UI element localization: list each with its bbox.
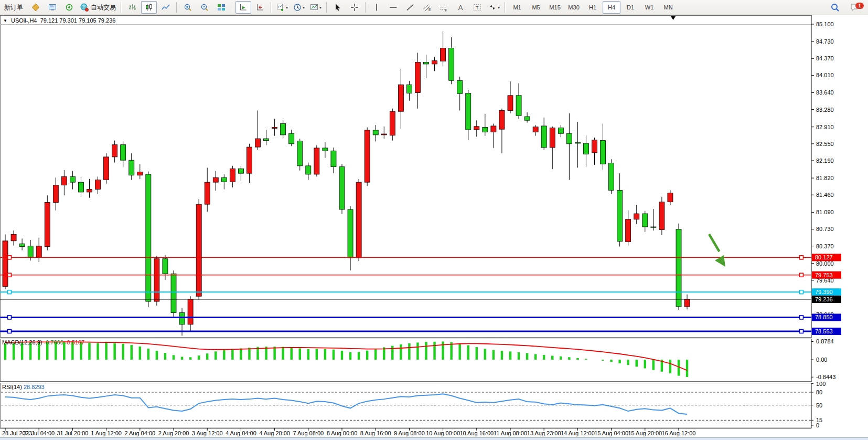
timeframe-button-h1[interactable]: H1 <box>584 1 602 14</box>
line-handle[interactable] <box>8 316 12 319</box>
text-button[interactable]: A <box>453 1 468 14</box>
toolbar-separator <box>232 2 233 13</box>
timeframe-button-m30[interactable]: M30 <box>565 1 583 14</box>
timeframe-button-m5[interactable]: M5 <box>527 1 545 14</box>
timeframe-button-h4[interactable]: H4 <box>603 1 620 14</box>
time-axis-label: 4 Aug 20:00 <box>259 430 290 436</box>
one-click-trading-toggle-icon[interactable]: ▼ <box>3 18 7 23</box>
arrows-button[interactable]: ▾ <box>486 1 502 14</box>
candlestick <box>129 160 134 175</box>
candlestick <box>558 128 563 133</box>
toolbar-separator <box>176 2 177 13</box>
candlestick <box>87 190 92 192</box>
line-handle[interactable] <box>8 273 12 277</box>
candlestick <box>53 185 58 202</box>
price-axis-label: 80.370 <box>816 243 834 249</box>
time-axis-label: 31 Jul 20:00 <box>57 430 88 436</box>
periods-button[interactable]: ▾ <box>291 1 307 14</box>
timeframe-button-mn[interactable]: MN <box>659 1 677 14</box>
timeframe-button-m15[interactable]: M15 <box>546 1 564 14</box>
new-order-button[interactable]: 新订单 <box>1 1 27 14</box>
candlestick-chart-button[interactable] <box>141 1 157 14</box>
line-handle[interactable] <box>800 290 803 294</box>
search-button[interactable] <box>827 1 843 14</box>
timeframe-button-d1[interactable]: D1 <box>621 1 639 14</box>
news-button[interactable] <box>61 1 77 14</box>
time-axis-label: 7 Aug 08:00 <box>293 430 324 436</box>
rsi-axis-label: 0 <box>816 422 819 428</box>
line-handle[interactable] <box>8 256 12 259</box>
text-label-button[interactable]: T <box>469 1 485 14</box>
auto-trading-label: 自动交易 <box>91 3 116 12</box>
trendline-icon <box>406 3 414 12</box>
line-handle[interactable] <box>800 329 803 333</box>
price-axis-label: 80.000 <box>816 260 834 267</box>
time-axis-label: 15 Aug 04:00 <box>594 430 628 436</box>
line-handle[interactable] <box>800 256 803 259</box>
candlestick <box>230 169 235 182</box>
line-handle[interactable] <box>800 273 803 277</box>
timeframe-button-w1[interactable]: W1 <box>640 1 658 14</box>
chat-button[interactable]: 1 <box>846 1 862 14</box>
candlestick <box>112 145 117 157</box>
svg-text:E: E <box>428 8 431 12</box>
crosshair-button[interactable] <box>347 1 362 14</box>
horizontal-scrollbar[interactable] <box>0 437 868 440</box>
rsi-axis-label: 100 <box>816 381 826 387</box>
timeframe-button-m1[interactable]: M1 <box>508 1 526 14</box>
chevron-down-icon: ▾ <box>286 5 288 10</box>
terminal-button[interactable] <box>45 1 60 14</box>
main-pane-frame <box>1 16 812 338</box>
indicators-button[interactable]: ▾ <box>274 1 290 14</box>
time-axis-label: 15 Aug 20:00 <box>628 430 662 436</box>
crosshair-icon <box>350 3 359 12</box>
candlestick <box>281 123 286 134</box>
time-axis-label: 1 Aug 12:00 <box>91 430 122 436</box>
line-handle[interactable] <box>8 329 12 333</box>
templates-icon <box>310 3 318 12</box>
candlestick <box>188 299 193 324</box>
zoom-in-button[interactable] <box>180 1 196 14</box>
candlestick <box>221 177 227 182</box>
toolbar-separator <box>121 2 122 13</box>
chart-wizard-button[interactable] <box>28 1 44 14</box>
vertical-line-button[interactable] <box>369 1 384 14</box>
macd-axis-label: 0.00 <box>816 357 827 363</box>
horizontal-line-button[interactable] <box>385 1 401 14</box>
candlestick <box>146 174 151 301</box>
auto-trading-button[interactable]: 自动交易 <box>78 1 118 14</box>
tile-windows-button[interactable] <box>213 1 229 14</box>
price-axis-label: 85.100 <box>816 21 834 27</box>
candlestick <box>566 133 572 144</box>
vertical-line-icon <box>372 3 381 12</box>
templates-button[interactable]: ▾ <box>308 1 324 14</box>
fibonacci-button[interactable]: F <box>436 1 452 14</box>
line-chart-button[interactable] <box>158 1 174 14</box>
chart-area[interactable]: 85.10084.73084.37084.01083.64083.28082.9… <box>0 15 868 440</box>
candlestick <box>441 48 446 61</box>
price-axis-label: 81.460 <box>816 192 834 198</box>
line-handle[interactable] <box>800 316 803 319</box>
price-axis-label: 82.190 <box>816 158 834 164</box>
price-tag-label: 80.127 <box>815 254 833 260</box>
auto-scroll-button[interactable] <box>235 1 251 14</box>
candlestick <box>323 148 328 151</box>
cursor-button[interactable] <box>330 1 346 14</box>
candlestick <box>61 176 67 185</box>
candlestick <box>474 127 479 130</box>
candlestick <box>499 110 505 129</box>
price-axis-label: 81.820 <box>816 175 834 181</box>
line-handle[interactable] <box>8 290 12 294</box>
equidistant-channel-button[interactable]: E <box>419 1 435 14</box>
bar-chart-button[interactable] <box>124 1 140 14</box>
toolbar-separator <box>365 2 366 13</box>
chart-shift-button[interactable] <box>252 1 268 14</box>
trendline-button[interactable] <box>402 1 418 14</box>
zoom-out-button[interactable] <box>197 1 212 14</box>
candlestick <box>19 244 25 246</box>
news-icon <box>65 3 73 12</box>
text-label-icon: T <box>473 3 481 12</box>
price-axis-label: 82.910 <box>816 124 834 130</box>
price-axis-label: 81.090 <box>816 209 834 215</box>
time-axis-label: 13 Aug 23:00 <box>527 430 561 436</box>
